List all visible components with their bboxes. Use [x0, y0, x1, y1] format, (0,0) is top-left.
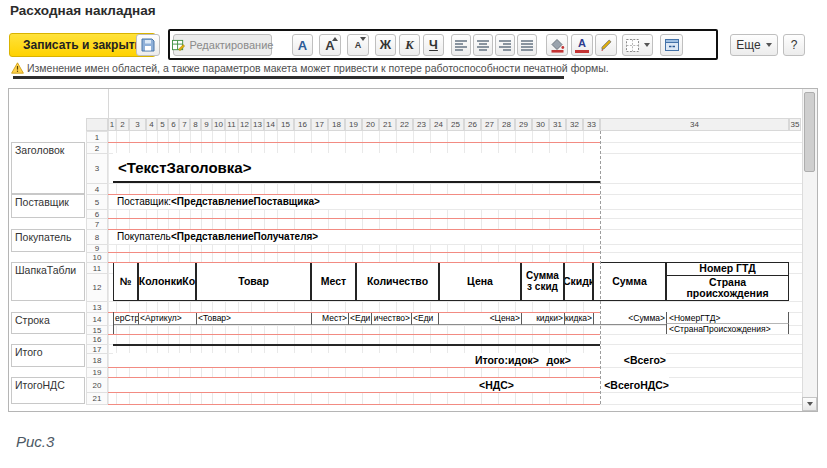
column-header-22[interactable]: 22 — [396, 118, 413, 131]
column-header-7[interactable]: 7 — [179, 118, 190, 131]
cell-head-num[interactable]: № — [113, 262, 138, 301]
bold-button[interactable]: Ж — [375, 34, 396, 56]
column-header-9[interactable]: 9 — [201, 118, 212, 131]
area-label[interactable]: ШапкаТабли — [11, 262, 85, 301]
save-button[interactable] — [136, 34, 160, 56]
cell-head-places[interactable]: Мест — [311, 262, 356, 301]
column-header-17[interactable]: 17 — [311, 118, 328, 131]
cell-head-qty[interactable]: Количество — [356, 262, 439, 301]
row-header-18[interactable]: 18 — [86, 353, 108, 368]
edit-mode-button[interactable]: Редактирование — [173, 34, 272, 56]
column-header-19[interactable]: 19 — [345, 118, 362, 131]
column-header-34[interactable]: 34 — [600, 118, 789, 131]
cell-row-qty[interactable]: ичество> — [371, 312, 411, 325]
cell-vat-sum[interactable]: <ВсегоНДС> — [593, 377, 669, 392]
cell-head-price[interactable]: Цена — [439, 262, 521, 301]
row-header-20[interactable]: 20 — [86, 377, 108, 393]
cell-row-country[interactable]: <СтранаПроисхождения> — [666, 324, 789, 334]
font-decrease-button[interactable]: А — [347, 34, 369, 56]
save-and-close-button[interactable]: Записать и закрыть — [9, 33, 156, 57]
align-right-button[interactable] — [495, 34, 515, 56]
cell-row-gtd[interactable]: <НомерГТД> — [666, 312, 789, 324]
column-header-15[interactable]: 15 — [277, 118, 294, 131]
column-header-31[interactable]: 31 — [549, 118, 566, 131]
cell-title[interactable]: <ТекстЗаголовка> — [113, 153, 600, 183]
scroll-down-button[interactable] — [802, 397, 817, 411]
column-header-28[interactable]: 28 — [498, 118, 515, 131]
column-header-2[interactable]: 2 — [116, 118, 129, 131]
cell-row-price[interactable]: <Цена> — [438, 312, 521, 325]
row-header-5[interactable]: 5 — [86, 194, 108, 210]
cell-supplier-value[interactable]: <ПредставлениеПоставщика> — [171, 194, 481, 209]
row-header-21[interactable]: 21 — [86, 392, 108, 405]
column-header-30[interactable]: 30 — [532, 118, 549, 131]
row-header-14[interactable]: 14 — [86, 312, 108, 326]
font-increase-button[interactable]: А — [319, 34, 341, 56]
borders-button[interactable] — [622, 34, 653, 56]
cell-row-sum[interactable]: <Сумма> — [593, 312, 666, 325]
cell-row-discount[interactable]: кидка> — [564, 312, 593, 325]
cell-row-unit1[interactable]: <Еди — [348, 312, 371, 325]
cell-buyer-label[interactable]: Покупатель: — [117, 229, 175, 244]
row-header-12[interactable]: 12 — [86, 273, 108, 302]
area-label[interactable]: Итого — [11, 344, 85, 367]
cell-vat-label[interactable]: <НДС> — [438, 377, 514, 392]
cell-supplier-label[interactable]: Поставщик: — [117, 194, 175, 209]
cell-row-num[interactable]: ерСтр — [113, 312, 138, 325]
column-header-5[interactable]: 5 — [157, 118, 168, 131]
cell-total-discount[interactable]: док> — [541, 353, 571, 367]
column-header-13[interactable]: 13 — [251, 118, 264, 131]
cell-row-article[interactable]: <Артикул> — [138, 312, 196, 325]
column-header-18[interactable]: 18 — [328, 118, 345, 131]
column-header-32[interactable]: 32 — [566, 118, 583, 131]
italic-button[interactable]: К — [399, 34, 420, 56]
column-header-25[interactable]: 25 — [447, 118, 464, 131]
column-header-33[interactable]: 33 — [583, 118, 600, 131]
fill-color-button[interactable] — [546, 34, 568, 56]
cell-total-label[interactable]: Итого: — [438, 353, 508, 367]
column-header-3[interactable]: 3 — [129, 118, 146, 131]
cell-head-goods[interactable]: Товар — [196, 262, 311, 301]
column-header-1[interactable]: 1 — [108, 118, 116, 131]
column-header-6[interactable]: 6 — [168, 118, 179, 131]
column-header-26[interactable]: 26 — [464, 118, 481, 131]
column-header-16[interactable]: 16 — [294, 118, 311, 131]
column-header-21[interactable]: 21 — [379, 118, 396, 131]
align-left-button[interactable] — [451, 34, 471, 56]
cell-head-sum[interactable]: Сумма — [593, 262, 666, 301]
scrollbar-thumb[interactable] — [804, 92, 815, 172]
align-center-button[interactable] — [473, 34, 493, 56]
cell-row-goods[interactable]: <Товар> — [196, 312, 311, 325]
column-header-4[interactable]: 4 — [146, 118, 157, 131]
column-header-35[interactable]: 35 — [789, 118, 801, 131]
column-header-27[interactable]: 27 — [481, 118, 498, 131]
cell-head-gtd[interactable]: Номер ГТД — [666, 262, 789, 276]
column-header-24[interactable]: 24 — [430, 118, 447, 131]
cell-row-places[interactable]: Мест> — [311, 312, 348, 325]
help-button[interactable]: ? — [783, 34, 805, 56]
area-label[interactable]: Поставщик — [11, 194, 85, 218]
cell-row-unit2[interactable]: <Еди — [411, 312, 438, 325]
cell-head-country[interactable]: Страна происхождения — [666, 275, 789, 301]
column-header-10[interactable]: 10 — [212, 118, 225, 131]
area-label[interactable]: Заголовок — [11, 142, 85, 194]
cell-head-discount[interactable]: Скидк — [564, 262, 593, 301]
column-header-29[interactable]: 29 — [515, 118, 532, 131]
cell-head-sum-nodisc[interactable]: Сумма з скид — [521, 262, 564, 301]
corner-header[interactable] — [86, 118, 108, 131]
column-header-23[interactable]: 23 — [413, 118, 430, 131]
area-label[interactable]: Строка — [11, 312, 85, 334]
underline-button[interactable]: Ч — [423, 34, 444, 56]
row-header-3[interactable]: 3 — [86, 153, 108, 184]
column-header-8[interactable]: 8 — [190, 118, 201, 131]
column-header-14[interactable]: 14 — [264, 118, 277, 131]
border-color-button[interactable] — [595, 34, 617, 56]
column-header-12[interactable]: 12 — [238, 118, 251, 131]
column-header-11[interactable]: 11 — [225, 118, 238, 131]
more-button[interactable]: Еще — [730, 34, 778, 56]
cell-head-code[interactable]: КолонкиКо — [138, 262, 196, 301]
font-color-button[interactable]: А — [571, 34, 593, 56]
cell-total-nodisc[interactable]: идок> — [510, 353, 539, 367]
cell-buyer-value[interactable]: <ПредставлениеПолучателя> — [171, 229, 481, 244]
cell-total-sum[interactable]: <Всего> — [593, 353, 666, 367]
